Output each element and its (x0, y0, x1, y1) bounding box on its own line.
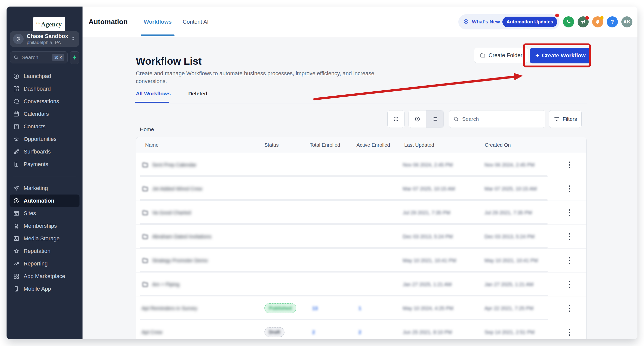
sidebar-item-reporting[interactable]: Reporting (7, 257, 83, 270)
row-actions-menu-button[interactable] (564, 201, 575, 224)
account-switcher[interactable]: Chase Sandbox philadelphia, PA (10, 31, 79, 47)
sidebar-item-label: Dashboard (24, 86, 51, 92)
status-cell: Published (264, 296, 296, 320)
last-updated-cell: Jun 25 2021, 8:10 PM (403, 320, 452, 339)
filter-lines-icon (553, 116, 560, 122)
table-row[interactable]: Am + PipingJan 27 2025, 1:21 AMJan 27 20… (136, 273, 586, 296)
list-view-toggle[interactable] (426, 110, 444, 128)
agency-logo-text: theAgency (36, 21, 62, 28)
execution-logs-button[interactable] (387, 110, 405, 128)
sidebar-item-surfboards[interactable]: Surfboards (7, 145, 83, 158)
active-enrolled-cell[interactable]: 1 (358, 296, 361, 320)
tab-deleted[interactable]: Deleted (188, 91, 207, 97)
total-enrolled-cell[interactable]: 2 (312, 320, 315, 339)
sidebar-search-field[interactable]: ⌘ K (10, 51, 68, 63)
location-pin-icon (13, 34, 24, 44)
workflow-table-card: NameStatusTotal EnrolledActive EnrolledL… (136, 137, 587, 339)
tab-all-workflows[interactable]: All Workflows (136, 91, 171, 97)
sites-icon (13, 210, 20, 217)
sidebar-item-sites[interactable]: Sites (7, 207, 83, 220)
user-avatar[interactable]: AK (621, 16, 632, 27)
sidebar-item-marketing[interactable]: Marketing (7, 182, 83, 195)
sidebar-item-dashboard[interactable]: Dashboard (7, 83, 83, 95)
sidebar-item-calendars[interactable]: Calendars (7, 108, 83, 120)
sidebar-item-label: Calendars (24, 111, 49, 117)
table-body: Sent Prep CalendarNov 06 2024, 2:45 PMNo… (136, 153, 586, 339)
sidebar-item-media[interactable]: Media Storage (7, 232, 83, 245)
sidebar-item-contacts[interactable]: Contacts (7, 120, 83, 133)
notification-dot (585, 16, 589, 20)
sidebar-item-label: Reporting (24, 260, 48, 267)
folder-icon (142, 257, 149, 264)
sidebar-item-memberships[interactable]: Memberships (7, 220, 83, 232)
row-actions-menu-button[interactable] (564, 273, 575, 296)
sidebar-item-label: Media Storage (24, 235, 60, 242)
column-header: Active Enrolled (356, 137, 390, 153)
sidebar-item-label: Contacts (24, 123, 46, 130)
whats-new-label: What's New (472, 19, 500, 25)
opportunities-icon (13, 136, 20, 142)
redacted-name: Abraham Dated Invitations (152, 234, 212, 240)
whats-new-button[interactable]: What's New Automation Updates (458, 14, 559, 29)
table-row[interactable]: Jet Added Wired CrewMar 07 2025, 10:15 A… (136, 177, 586, 201)
sidebar-item-automation[interactable]: Automation (10, 195, 79, 207)
table-row[interactable]: Sent Prep CalendarNov 06 2024, 2:45 PMNo… (136, 153, 586, 177)
table-row[interactable]: Va Good ChartedJul 29 2021, 7:35 PMJul 2… (136, 201, 586, 225)
sidebar-item-conversations[interactable]: Conversations (7, 95, 83, 108)
redacted-name: Apt Reminders in Survey (142, 305, 197, 311)
active-enrolled-cell[interactable]: 2 (358, 320, 361, 339)
created-on-cell: Sep 14 2021, 2:51 PM (485, 320, 535, 339)
row-actions-menu-button[interactable] (564, 153, 575, 177)
last-updated-cell: May 10 2021, 10:41 PM (403, 249, 456, 272)
created-on-cell: Dec 03 2013, 5:24 PM (485, 225, 535, 248)
sidebar-menu-bottom: MarketingAutomationSitesMembershipsMedia… (7, 182, 83, 295)
sidebar-search-input[interactable] (21, 54, 50, 61)
filters-button[interactable]: Filters (549, 110, 582, 128)
help-button[interactable]: ? (607, 16, 618, 27)
automation-updates-badge[interactable]: Automation Updates (502, 17, 557, 27)
clock-rotate-icon (393, 116, 399, 122)
topbar: Automation Workflows Content AI What's N… (83, 7, 637, 37)
sidebar-item-mobile[interactable]: Mobile App (7, 283, 83, 295)
workflow-name-cell: Sent Prep Calendar (142, 153, 196, 177)
folder-icon (142, 233, 149, 240)
table-row[interactable]: Abraham Dated InvitationsDec 03 2013, 5:… (136, 225, 586, 249)
notifications-button[interactable] (592, 16, 603, 27)
announcements-button[interactable] (578, 16, 589, 27)
create-workflow-button[interactable]: + Create Workflow (530, 48, 591, 63)
sidebar-item-label: Surfboards (24, 148, 51, 155)
workflow-search-field[interactable] (449, 110, 545, 128)
total-enrolled-cell[interactable]: 13 (312, 296, 318, 320)
row-actions-menu-button[interactable] (564, 296, 575, 320)
sidebar-item-opportunities[interactable]: Opportunities (7, 133, 83, 145)
workflow-name-cell: Jet Added Wired Crew (142, 177, 202, 201)
workflow-list-tabs: All Workflows Deleted (136, 91, 207, 97)
last-updated-cell: Dec 03 2013, 5:24 PM (403, 225, 453, 248)
quick-actions-button[interactable] (70, 51, 79, 64)
workflow-search-input[interactable] (462, 116, 533, 122)
table-row[interactable]: Apt Reminders in SurveyPublished131May 1… (136, 296, 586, 320)
sidebar-item-reputation[interactable]: Reputation (7, 245, 83, 257)
sidebar-item-payments[interactable]: Payments (7, 158, 83, 171)
view-toggle (409, 110, 444, 128)
table-row[interactable]: Apt CrewDraft22Jun 25 2021, 8:10 PMSep 1… (136, 320, 586, 339)
table-row[interactable]: Strategy Promoter DemoMay 10 2021, 10:41… (136, 249, 586, 273)
phone-button[interactable] (563, 16, 574, 27)
breadcrumb[interactable]: Home (140, 126, 154, 132)
workflow-name-cell: Apt Reminders in Survey (142, 296, 197, 320)
created-on-cell: Nov 06 2024, 2:45 PM (485, 153, 535, 177)
row-actions-menu-button[interactable] (564, 249, 575, 272)
row-actions-menu-button[interactable] (564, 320, 575, 339)
tab-workflows[interactable]: Workflows (138, 7, 177, 37)
tab-content-ai[interactable]: Content AI (177, 7, 214, 37)
create-folder-button[interactable]: Create Folder (474, 48, 528, 63)
folder-icon (142, 161, 149, 168)
sidebar-item-launchpad[interactable]: Launchpad (7, 70, 83, 83)
tabs-divider (135, 103, 587, 103)
row-actions-menu-button[interactable] (564, 177, 575, 201)
recent-view-toggle[interactable] (409, 110, 426, 128)
media-icon (13, 235, 20, 242)
topbar-actions: What's New Automation Updates (458, 7, 632, 37)
row-actions-menu-button[interactable] (564, 225, 575, 248)
sidebar-item-marketplace[interactable]: App Marketplace (7, 270, 83, 283)
